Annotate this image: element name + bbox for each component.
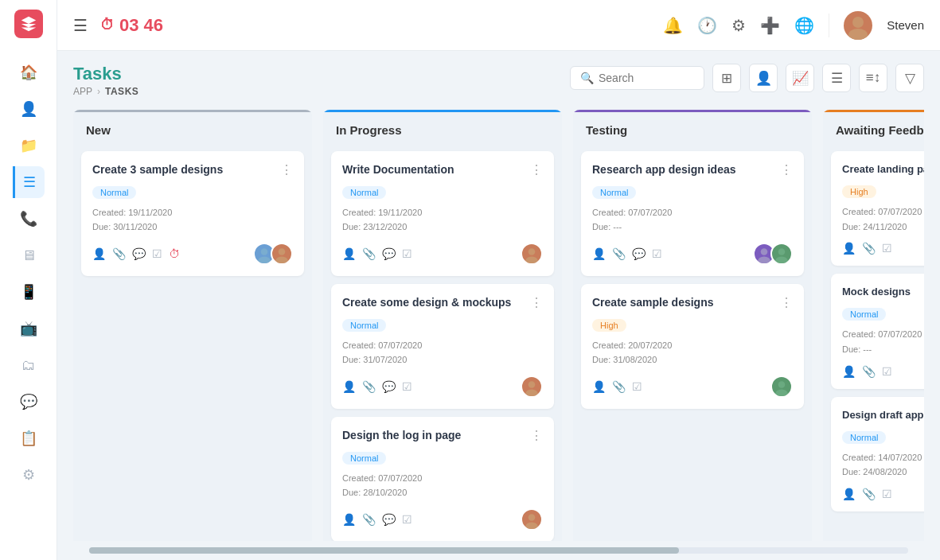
user-card-icon[interactable]: 👤 <box>842 242 856 255</box>
sidebar-item-layers[interactable]: 🗂 <box>13 349 45 381</box>
attachment-icon[interactable]: 📎 <box>862 488 876 500</box>
check-icon[interactable]: ☑ <box>882 365 892 378</box>
filter-button[interactable]: ▽ <box>895 64 924 92</box>
attachment-icon[interactable]: 📎 <box>862 365 876 378</box>
list-view-button[interactable]: ☰ <box>822 64 851 92</box>
comment-icon[interactable]: 💬 <box>632 247 646 260</box>
history-icon[interactable]: 🕐 <box>697 16 717 35</box>
search-box[interactable]: 🔍 <box>570 66 704 90</box>
card-created: Created: 19/11/2020 <box>92 205 293 220</box>
card-badge: Normal <box>342 186 386 199</box>
card-dates: Created: 20/07/2020 Due: 31/08/2020 <box>592 338 793 368</box>
card-menu-button[interactable]: ⋮ <box>530 428 543 443</box>
card-action-icons: 👤 📎 💬 ☑ ⏱ <box>92 247 180 260</box>
card-footer: 👤 📎 ☑ <box>842 488 924 500</box>
card-menu-button[interactable]: ⋮ <box>280 162 293 177</box>
card-action-icons: 👤 📎 💬 ☑ <box>342 380 412 393</box>
svg-point-6 <box>529 248 536 255</box>
attachment-icon[interactable]: 📎 <box>612 380 626 393</box>
sidebar-item-users[interactable]: 👤 <box>13 93 45 125</box>
sidebar-item-chat[interactable]: 💬 <box>13 386 45 418</box>
card-header: Create landing pa… ⋮ <box>842 162 924 177</box>
attachment-icon[interactable]: 📎 <box>362 513 376 526</box>
card-avatars <box>521 508 543 531</box>
card-action-icons: 👤 📎 ☑ <box>842 365 892 378</box>
comment-icon[interactable]: 💬 <box>382 247 396 260</box>
check-icon[interactable]: ☑ <box>652 247 662 260</box>
settings-icon[interactable]: ⚙ <box>731 16 746 35</box>
attachment-icon[interactable]: 📎 <box>362 380 376 393</box>
card-title: Create landing pa… <box>842 162 924 177</box>
svg-point-8 <box>529 381 536 388</box>
timer-card-icon[interactable]: ⏱ <box>169 247 180 260</box>
attachment-icon[interactable]: 📎 <box>112 247 126 260</box>
card-badge-high: High <box>842 185 876 198</box>
card-footer: 👤 📎 ☑ <box>842 365 924 378</box>
sidebar-item-screen[interactable]: 🖥 <box>13 239 45 271</box>
card-title: Research app design ideas <box>592 162 774 178</box>
user-card-icon[interactable]: 👤 <box>342 513 356 526</box>
check-icon[interactable]: ☑ <box>882 242 892 255</box>
card-menu-button[interactable]: ⋮ <box>780 295 793 310</box>
sort-button[interactable]: ≡↕ <box>859 64 887 92</box>
hamburger-button[interactable]: ☰ <box>73 16 88 35</box>
check-icon[interactable]: ☑ <box>402 380 412 393</box>
add-circle-icon[interactable]: ➕ <box>760 16 780 35</box>
check-icon[interactable]: ☑ <box>632 380 642 393</box>
check-icon[interactable]: ☑ <box>882 488 892 500</box>
sidebar-item-phone2[interactable]: 📱 <box>13 276 45 308</box>
card-menu-button[interactable]: ⋮ <box>780 162 793 177</box>
card-footer: 👤 📎 ☑ <box>592 375 793 398</box>
card-menu-button[interactable]: ⋮ <box>530 162 543 177</box>
svg-point-17 <box>775 389 787 397</box>
card-create-sample: Create sample designs ⋮ High Created: 20… <box>581 284 804 409</box>
sidebar-item-copy[interactable]: 📋 <box>13 422 45 454</box>
app-logo[interactable] <box>14 10 43 38</box>
comment-icon[interactable]: 💬 <box>132 247 146 260</box>
svg-point-10 <box>529 514 536 521</box>
card-title: Create sample designs <box>592 295 774 311</box>
user-card-icon[interactable]: 👤 <box>842 488 856 500</box>
user-card-icon[interactable]: 👤 <box>342 247 356 260</box>
sidebar-item-folders[interactable]: 📁 <box>13 130 45 161</box>
card-badge: Normal <box>342 319 386 332</box>
view-box-button[interactable]: ⊞ <box>712 64 741 92</box>
check-icon[interactable]: ☑ <box>152 247 162 260</box>
sidebar-item-monitor[interactable]: 📺 <box>13 313 45 344</box>
user-card-icon[interactable]: 👤 <box>342 380 356 393</box>
attachment-icon[interactable]: 📎 <box>362 247 376 260</box>
column-feedback-cards: Create landing pa… ⋮ High Created: 07/07… <box>823 145 924 541</box>
user-filter-button[interactable]: 👤 <box>749 64 778 92</box>
card-created: Created: 07/07/2020 <box>842 204 924 220</box>
user-card-icon[interactable]: 👤 <box>592 247 606 260</box>
search-input[interactable] <box>599 72 694 84</box>
comment-icon[interactable]: 💬 <box>382 380 396 393</box>
attachment-icon[interactable]: 📎 <box>612 247 626 260</box>
user-card-icon[interactable]: 👤 <box>92 247 106 260</box>
globe-icon[interactable]: 🌐 <box>794 16 814 35</box>
card-design-login: Design the log in page ⋮ Normal Created:… <box>331 417 554 541</box>
scrollbar-thumb[interactable] <box>89 547 679 554</box>
card-menu-button[interactable]: ⋮ <box>530 295 543 310</box>
sidebar-item-settings[interactable]: ⚙ <box>13 459 45 491</box>
attachment-icon[interactable]: 📎 <box>862 242 876 255</box>
card-created: Created: 19/11/2020 <box>342 205 543 220</box>
horizontal-scrollbar[interactable] <box>89 547 908 554</box>
column-feedback: Awaiting Feedbac… Create landing pa… ⋮ H… <box>823 110 924 541</box>
avatar <box>521 508 543 531</box>
comment-icon[interactable]: 💬 <box>382 513 396 526</box>
sidebar-item-home[interactable]: 🏠 <box>13 56 45 88</box>
chart-button[interactable]: 📈 <box>786 64 814 92</box>
user-card-icon[interactable]: 👤 <box>592 380 606 393</box>
sidebar-item-tasks[interactable]: ☰ <box>13 166 45 198</box>
card-title: Create some design & mockups <box>342 295 524 311</box>
check-icon[interactable]: ☑ <box>402 513 412 526</box>
user-avatar[interactable] <box>844 11 872 40</box>
column-new-header: New <box>73 110 312 145</box>
notification-icon[interactable]: 🔔 <box>663 16 683 35</box>
card-action-icons: 👤 📎 ☑ <box>842 488 892 500</box>
user-card-icon[interactable]: 👤 <box>842 365 856 378</box>
sidebar-item-phone[interactable]: 📞 <box>13 203 45 235</box>
check-icon[interactable]: ☑ <box>402 247 412 260</box>
card-header: Create 3 sample designs ⋮ <box>92 162 293 178</box>
